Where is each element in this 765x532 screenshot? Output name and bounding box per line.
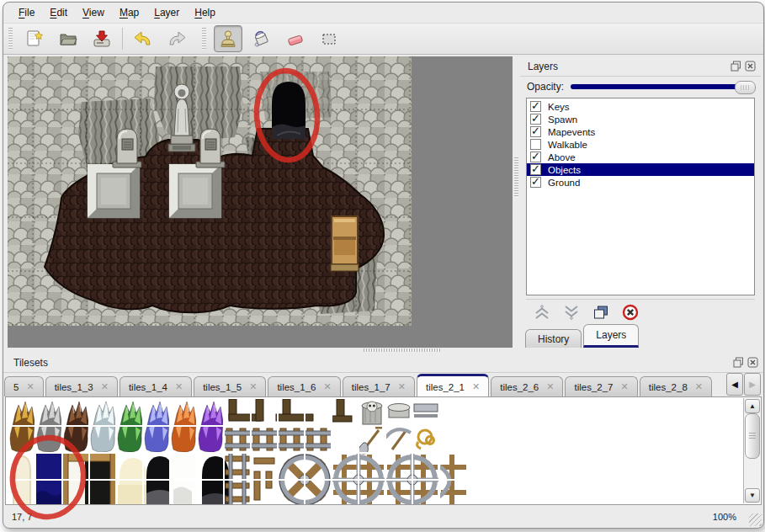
- menu-edit[interactable]: Edit: [43, 4, 74, 21]
- tab-close-icon[interactable]: ✕: [175, 381, 183, 392]
- redo-icon: [166, 29, 188, 49]
- new-file-icon: [24, 29, 45, 49]
- tab-layers[interactable]: Layers: [583, 324, 639, 348]
- save-map-button[interactable]: [88, 25, 116, 52]
- toolbar-grip-2[interactable]: [202, 28, 206, 50]
- scroll-up-icon[interactable]: ▲: [745, 399, 760, 413]
- save-icon: [92, 29, 112, 49]
- tileset-tab-active[interactable]: tiles_2_1✕: [417, 374, 489, 396]
- map-canvas[interactable]: [8, 56, 412, 326]
- opacity-slider[interactable]: [571, 81, 754, 93]
- status-bar: 17, 7 100%: [3, 506, 763, 528]
- opacity-slider-track[interactable]: [571, 84, 749, 89]
- layer-row[interactable]: Keys: [527, 100, 754, 113]
- layer-visibility-checkbox[interactable]: [530, 164, 541, 175]
- tileset-canvas[interactable]: [8, 399, 466, 505]
- tileset-content[interactable]: ▲ ▼: [5, 396, 762, 505]
- layer-visibility-checkbox[interactable]: [530, 101, 541, 112]
- tile-column-cap: [388, 404, 410, 418]
- layer-row[interactable]: Spawn: [527, 113, 754, 125]
- menu-layer[interactable]: Layer: [147, 4, 186, 21]
- layers-panel: Layers Opacity: Keys Spawn Mapevents Wal…: [520, 56, 761, 348]
- tab-close-icon[interactable]: ✕: [249, 381, 257, 392]
- tileset-scrollbar[interactable]: ▲ ▼: [743, 398, 760, 503]
- tileset-tab[interactable]: tiles_1_6✕: [268, 376, 340, 396]
- toolbar-grip[interactable]: [8, 28, 13, 50]
- scroll-tabs-right-icon[interactable]: ▶: [744, 373, 761, 396]
- wooden-cabinet: [331, 216, 359, 271]
- resize-grip[interactable]: [749, 513, 762, 526]
- tab-close-icon[interactable]: ✕: [101, 381, 109, 392]
- toolbar-separator: [122, 28, 123, 50]
- raise-layer-button[interactable]: [533, 303, 551, 322]
- layer-row[interactable]: Walkable: [527, 138, 754, 151]
- undo-button[interactable]: [129, 25, 157, 52]
- layer-name: Above: [548, 152, 576, 162]
- layer-visibility-checkbox[interactable]: [530, 114, 541, 125]
- vertical-splitter[interactable]: [513, 56, 520, 348]
- scrollbar-thumb[interactable]: [745, 413, 760, 459]
- tab-close-icon[interactable]: ✕: [26, 381, 34, 392]
- menu-file[interactable]: File: [12, 4, 41, 21]
- tab-close-icon[interactable]: ✕: [398, 381, 406, 392]
- tile-skull-column: [362, 402, 382, 424]
- tile-steel-beam: [414, 404, 438, 418]
- rect-select-tool-button[interactable]: [315, 25, 343, 52]
- tab-scroll-buttons: ◀ ▶: [725, 373, 761, 396]
- tileset-tab[interactable]: tiles_2_7✕: [565, 376, 637, 396]
- delete-layer-button[interactable]: [621, 303, 640, 322]
- menu-view[interactable]: View: [76, 4, 111, 21]
- menu-help[interactable]: Help: [188, 4, 222, 21]
- new-map-button[interactable]: [20, 25, 49, 52]
- float-panel-icon[interactable]: [730, 61, 741, 72]
- tab-close-icon[interactable]: ✕: [546, 381, 554, 392]
- layer-visibility-checkbox[interactable]: [530, 126, 541, 137]
- chevron-down-icon: [563, 304, 580, 321]
- tileset-tab[interactable]: tiles_1_7✕: [343, 376, 415, 396]
- layer-visibility-checkbox[interactable]: [530, 139, 541, 150]
- float-panel-icon[interactable]: [733, 357, 744, 368]
- tileset-tab[interactable]: tiles_1_5✕: [194, 376, 266, 396]
- tileset-tab[interactable]: tiles_1_4✕: [120, 376, 192, 396]
- menu-map[interactable]: Map: [113, 4, 146, 21]
- splitter-grip[interactable]: [364, 348, 441, 352]
- lower-layer-button[interactable]: [562, 303, 581, 322]
- layer-name: Ground: [548, 178, 580, 188]
- layer-row[interactable]: Above: [527, 151, 754, 163]
- map-viewport[interactable]: [8, 56, 513, 348]
- layer-row[interactable]: Ground: [527, 176, 754, 189]
- tileset-tab[interactable]: tiles_1_3✕: [45, 376, 118, 396]
- open-map-button[interactable]: [54, 25, 82, 52]
- close-panel-icon[interactable]: [747, 357, 758, 368]
- dock-tab-bar: History Layers: [520, 325, 761, 348]
- scroll-tabs-left-icon[interactable]: ◀: [726, 373, 743, 396]
- duplicate-layer-button[interactable]: [592, 303, 610, 322]
- tab-close-icon[interactable]: ✕: [621, 381, 629, 392]
- close-panel-icon[interactable]: [745, 61, 756, 72]
- layer-name: Walkable: [548, 140, 587, 150]
- splitter-grip[interactable]: [514, 157, 518, 198]
- tab-history[interactable]: History: [525, 329, 582, 348]
- tab-close-icon[interactable]: ✕: [323, 381, 331, 392]
- layer-visibility-checkbox[interactable]: [530, 152, 541, 162]
- scroll-down-icon[interactable]: ▼: [745, 488, 760, 503]
- layer-actions: [526, 299, 755, 325]
- layers-panel-header: Layers: [520, 56, 761, 77]
- duplicate-icon: [592, 304, 609, 321]
- tab-close-icon[interactable]: ✕: [472, 381, 480, 392]
- tileset-tab[interactable]: 5✕: [4, 376, 44, 396]
- layer-visibility-checkbox[interactable]: [530, 177, 541, 188]
- eraser-tool-button[interactable]: [281, 25, 310, 52]
- stamp-tool-button[interactable]: [214, 25, 242, 52]
- layer-name: Keys: [548, 102, 570, 112]
- tileset-tab[interactable]: tiles_2_6✕: [491, 376, 563, 396]
- layer-row[interactable]: Objects: [527, 163, 754, 176]
- opacity-slider-knob[interactable]: [735, 81, 756, 94]
- chevron-up-icon: [534, 304, 550, 321]
- tileset-tab[interactable]: tiles_2_8✕: [640, 376, 712, 396]
- layer-row[interactable]: Mapevents: [527, 125, 754, 138]
- zoom-level: 100%: [713, 512, 736, 522]
- redo-button[interactable]: [162, 25, 191, 52]
- tab-close-icon[interactable]: ✕: [695, 381, 703, 392]
- fill-tool-button[interactable]: [247, 25, 276, 52]
